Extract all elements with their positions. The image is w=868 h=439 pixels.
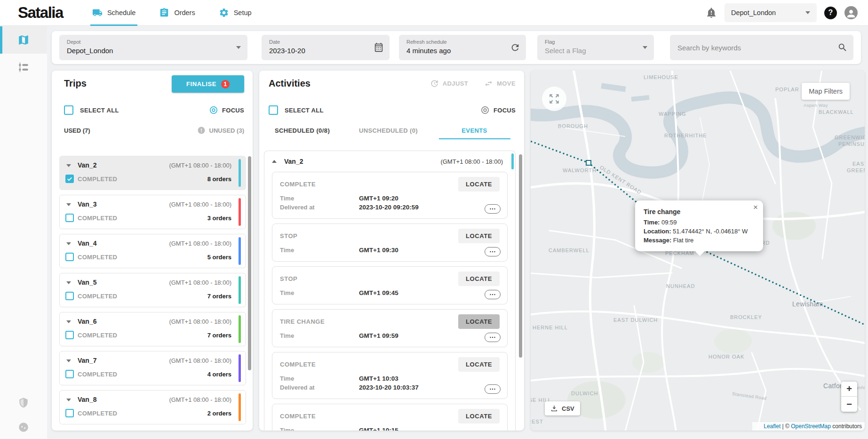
refresh-schedule[interactable]: Refresh schedule 4 minutes ago [399, 35, 526, 60]
cookie-icon [17, 421, 30, 433]
tab-orders[interactable]: Orders [157, 0, 197, 26]
collapse-caret-icon[interactable] [66, 164, 71, 167]
collapse-caret-icon[interactable] [66, 399, 71, 401]
trips-title: Trips [64, 78, 87, 89]
depot-filter[interactable]: Depot Depot_London [59, 35, 247, 60]
event-detail-row: Time GMT+1 09:59 [280, 331, 500, 340]
tab-events[interactable]: EVENTS [431, 121, 518, 139]
tab-setup[interactable]: Setup [217, 0, 254, 26]
event-group-header[interactable]: Van_2 (GMT+1 08:00 - 18:00) [264, 151, 515, 172]
van-status: COMPLETED [78, 176, 117, 183]
search-icon[interactable] [837, 42, 848, 53]
more-options-button[interactable] [485, 333, 501, 342]
refresh-icon[interactable] [510, 42, 520, 53]
event-type: COMPLETE [280, 413, 316, 420]
map-label: Lewisham [792, 300, 823, 308]
activities-title: Activities [269, 78, 311, 89]
trip-row-Van_6[interactable]: Van_6 (GMT+1 08:00 - 18:00) COMPLETED 7 … [59, 312, 246, 346]
van-checkbox[interactable] [65, 175, 74, 183]
move-button[interactable]: MOVE [484, 79, 516, 88]
collapse-caret-icon[interactable] [66, 320, 71, 323]
van-checkbox[interactable] [65, 370, 74, 378]
more-options-button[interactable] [485, 204, 501, 214]
trips-focus-label: FOCUS [222, 107, 244, 114]
sidebar-item-timeline-view[interactable] [0, 54, 47, 81]
activities-focus-button[interactable]: FOCUS [480, 105, 516, 115]
van-orders-count: 7 orders [207, 293, 231, 300]
finalise-button[interactable]: FINALISE 1 [172, 75, 244, 93]
sidebar-item-cookies[interactable] [0, 421, 47, 433]
flag-filter[interactable]: Flag Select a Flag [537, 35, 654, 60]
van-checkbox[interactable] [65, 214, 74, 222]
map-label: BROCKLEY [730, 314, 762, 320]
van-checkbox[interactable] [65, 409, 74, 417]
locate-button[interactable]: LOCATE [458, 271, 500, 286]
event-detail-value: GMT+1 10:03 [359, 374, 398, 383]
event-detail-label: Time [280, 426, 359, 431]
trips-focus-button[interactable]: FOCUS [209, 105, 244, 115]
help-button[interactable]: ? [824, 7, 837, 19]
activities-select-all-checkbox[interactable] [269, 105, 278, 115]
collapse-caret-icon[interactable] [272, 160, 277, 163]
user-avatar[interactable] [844, 6, 858, 19]
map-label: EAST DULWICH [613, 317, 658, 323]
van-time-window: (GMT+1 08:00 - 18:00) [169, 318, 231, 325]
event-detail-value: GMT+1 09:45 [359, 288, 398, 297]
map-label: BLACKWALL [819, 109, 854, 115]
van-status: COMPLETED [78, 254, 117, 261]
adjust-button[interactable]: ADJUST [430, 79, 468, 88]
van-checkbox[interactable] [65, 253, 74, 261]
leaflet-link[interactable]: Leaflet [764, 423, 780, 430]
van-orders-count: 8 orders [207, 176, 231, 183]
locate-button[interactable]: LOCATE [458, 177, 500, 192]
collapse-caret-icon[interactable] [66, 281, 71, 284]
collapse-caret-icon[interactable] [66, 359, 71, 362]
tab-scheduled[interactable]: SCHEDULED (0/8) [259, 121, 345, 139]
tab-unscheduled[interactable]: UNSCHEDULED (0) [345, 121, 431, 139]
locate-button[interactable]: LOCATE [458, 357, 500, 372]
search-input[interactable] [677, 44, 833, 52]
map-filters-button[interactable]: Map Filters [802, 83, 850, 100]
locate-button[interactable]: LOCATE [458, 229, 500, 243]
sidebar-item-map-view[interactable] [0, 26, 47, 54]
van-color-bar [239, 237, 241, 265]
download-icon [550, 405, 558, 412]
map-panel[interactable]: LIMEHOUSEPOPLARWAPPINGAspen WayBLACKWALL… [531, 71, 865, 431]
trip-row-Van_8[interactable]: Van_8 (GMT+1 08:00 - 18:00) COMPLETED 2 … [59, 390, 246, 424]
map-label: DULWICH [571, 391, 598, 396]
trip-row-Van_2[interactable]: Van_2 (GMT+1 08:00 - 18:00) COMPLETED 8 … [59, 156, 246, 190]
osm-link[interactable]: OpenStreetMap [791, 423, 831, 430]
zoom-out-button[interactable]: − [841, 397, 857, 412]
trip-row-Van_3[interactable]: Van_3 (GMT+1 08:00 - 18:00) COMPLETED 3 … [59, 195, 246, 229]
trip-row-Van_4[interactable]: Van_4 (GMT+1 08:00 - 18:00) COMPLETED 5 … [59, 234, 246, 268]
trip-row-Van_5[interactable]: Van_5 (GMT+1 08:00 - 18:00) COMPLETED 7 … [59, 273, 246, 307]
zoom-in-button[interactable]: + [841, 382, 857, 397]
tab-schedule[interactable]: Schedule [90, 0, 137, 26]
collapse-caret-icon[interactable] [66, 242, 71, 245]
locate-button[interactable]: LOCATE [458, 314, 500, 329]
trip-row-Van_7[interactable]: Van_7 (GMT+1 08:00 - 18:00) COMPLETED 4 … [59, 351, 246, 385]
tooltip-close-icon[interactable]: × [753, 203, 758, 212]
trips-select-all-checkbox[interactable] [64, 105, 73, 115]
locate-button[interactable]: LOCATE [458, 409, 500, 423]
notifications-bell-icon[interactable] [706, 7, 717, 18]
map-label: NUNHEAD [666, 283, 695, 289]
van-checkbox[interactable] [65, 292, 74, 300]
depot-switcher-select[interactable]: Depot_London [725, 3, 817, 22]
event-type: COMPLETE [280, 361, 316, 368]
date-filter[interactable]: Date 2023-10-20 [262, 35, 390, 60]
van-name: Van_6 [78, 318, 96, 325]
csv-export-button[interactable]: CSV [545, 401, 580, 415]
map-expand-button[interactable] [542, 87, 566, 111]
event-detail-value: GMT+1 09:30 [359, 246, 398, 255]
event-detail-label: Time [280, 194, 359, 203]
trips-scrollbar[interactable] [248, 156, 251, 370]
more-options-button[interactable] [485, 290, 501, 299]
collapse-caret-icon[interactable] [66, 203, 71, 206]
van-checkbox[interactable] [65, 331, 74, 339]
sidebar-item-privacy[interactable] [0, 397, 47, 409]
activities-scrollbar[interactable] [519, 154, 522, 358]
more-options-button[interactable] [485, 384, 501, 394]
event-detail-row: Delivered at 2023-10-20 09:20:59 [280, 203, 500, 212]
more-options-button[interactable] [485, 247, 501, 256]
